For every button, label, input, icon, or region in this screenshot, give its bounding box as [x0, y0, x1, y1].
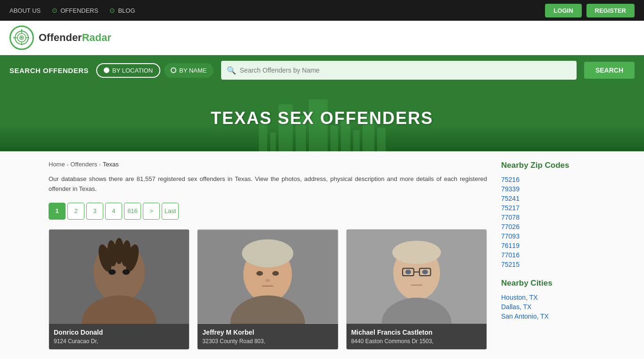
location-radio-dot — [104, 67, 109, 73]
svg-point-24 — [256, 271, 263, 276]
cities-list: Houston, TXDallas, TXSan Antonio, TX — [501, 293, 595, 321]
svg-point-18 — [108, 269, 116, 275]
svg-point-25 — [272, 271, 279, 276]
offender-card-3[interactable]: Michael Francis Castleton 8440 Easton Co… — [346, 229, 487, 350]
name-radio-dot — [171, 67, 176, 73]
description-text: Our database shows there are 81,557 regi… — [49, 174, 487, 194]
blog-icon: ⊙ — [109, 7, 115, 14]
offender-grid: Donrico Donald 9124 Curacao Dr, — [49, 229, 487, 350]
page-2[interactable]: 2 — [67, 203, 84, 220]
svg-point-5 — [21, 37, 23, 39]
svg-point-36 — [422, 270, 428, 274]
offender-photo-2 — [198, 230, 338, 324]
search-input-wrap: 🔍 — [221, 61, 577, 80]
zip-codes-section: Nearby Zip Codes 75216793397524175217770… — [501, 161, 595, 269]
svg-point-31 — [392, 240, 441, 264]
city-link[interactable]: Houston, TX — [501, 293, 595, 302]
zip-codes-title: Nearby Zip Codes — [501, 161, 595, 170]
zip-code-link[interactable]: 77016 — [501, 250, 595, 260]
search-input[interactable] — [240, 66, 571, 74]
cities-title: Nearby Cities — [501, 279, 595, 288]
logo-text: OffenderRadar — [39, 32, 111, 44]
offenders-label: OFFENDERS — [60, 7, 98, 14]
zip-code-link[interactable]: 77026 — [501, 222, 595, 231]
logo-icon — [9, 25, 34, 50]
breadcrumb-current: Texas — [103, 161, 119, 168]
content-left: Home › Offenders › Texas Our database sh… — [49, 161, 487, 350]
nav-blog[interactable]: ⊙ BLOG — [109, 7, 135, 14]
hero-banner: TEXAS SEX OFFENDERS — [0, 85, 644, 151]
radio-group: BY LOCATION BY NAME — [96, 63, 214, 78]
offender-photo-3 — [347, 230, 487, 324]
login-button[interactable]: LOGIN — [545, 4, 581, 17]
breadcrumb: Home › Offenders › Texas — [49, 161, 487, 168]
zip-code-link[interactable]: 75215 — [501, 260, 595, 269]
zip-code-link[interactable]: 75241 — [501, 194, 595, 203]
page-last[interactable]: Last — [162, 203, 179, 220]
logo-container[interactable]: OffenderRadar — [9, 25, 111, 50]
about-us-label: ABOUT US — [9, 7, 41, 14]
search-bar: SEARCH OFFENDERS BY LOCATION BY NAME 🔍 S… — [0, 55, 644, 85]
breadcrumb-sep-2: › — [99, 162, 101, 167]
cities-section: Nearby Cities Houston, TXDallas, TXSan A… — [501, 279, 595, 321]
zip-code-link[interactable]: 79339 — [501, 184, 595, 194]
offender-name-3: Michael Francis Castleton — [351, 329, 482, 336]
offenders-icon: ⊙ — [52, 7, 58, 14]
nav-offenders[interactable]: ⊙ OFFENDERS — [52, 7, 98, 14]
logo-brand-second: Radar — [82, 32, 111, 43]
logo-bar: OffenderRadar — [0, 21, 644, 55]
top-nav-right: LOGIN REGISTER — [545, 4, 635, 17]
sidebar: Nearby Zip Codes 75216793397524175217770… — [501, 161, 595, 350]
offender-info-2: Jeffrey M Korbel 32303 County Road 803, — [198, 324, 338, 349]
by-name-radio[interactable]: BY NAME — [164, 63, 213, 78]
by-location-label: BY LOCATION — [112, 67, 153, 74]
search-icon: 🔍 — [227, 66, 236, 75]
offender-address-1: 9124 Curacao Dr, — [54, 338, 184, 345]
page-3[interactable]: 3 — [86, 203, 103, 220]
breadcrumb-offenders[interactable]: Offenders — [70, 161, 97, 168]
top-navigation: ABOUT US ⊙ OFFENDERS ⊙ BLOG LOGIN REGIST… — [0, 0, 644, 21]
zip-codes-list: 7521679339752417521777078770267709376119… — [501, 175, 595, 269]
city-link[interactable]: Dallas, TX — [501, 302, 595, 312]
page-816[interactable]: 816 — [124, 203, 141, 220]
breadcrumb-sep-1: › — [67, 162, 69, 167]
offender-name-1: Donrico Donald — [54, 329, 184, 336]
svg-point-19 — [123, 269, 130, 275]
register-button[interactable]: REGISTER — [586, 4, 635, 17]
svg-point-23 — [242, 239, 293, 267]
by-name-label: BY NAME — [179, 67, 206, 74]
zip-code-link[interactable]: 75216 — [501, 175, 595, 184]
page-next[interactable]: > — [143, 203, 160, 220]
zip-code-link[interactable]: 76119 — [501, 241, 595, 250]
nav-about-us[interactable]: ABOUT US — [9, 7, 41, 14]
offender-photo-1 — [49, 230, 189, 324]
top-nav-left: ABOUT US ⊙ OFFENDERS ⊙ BLOG — [9, 7, 135, 14]
logo-brand-first: Offender — [39, 32, 82, 43]
offender-card-2[interactable]: Jeffrey M Korbel 32303 County Road 803, — [197, 229, 338, 350]
offender-name-2: Jeffrey M Korbel — [202, 329, 333, 336]
offender-address-3: 8440 Easton Commons Dr 1503, — [351, 338, 482, 345]
zip-code-link[interactable]: 75217 — [501, 203, 595, 213]
page-1[interactable]: 1 — [49, 203, 66, 220]
city-link[interactable]: San Antonio, TX — [501, 312, 595, 321]
search-button[interactable]: SEARCH — [584, 62, 635, 79]
pagination: 1 2 3 4 816 > Last — [49, 203, 487, 220]
main-content: Home › Offenders › Texas Our database sh… — [0, 151, 644, 359]
search-label: SEARCH OFFENDERS — [9, 66, 89, 74]
zip-code-link[interactable]: 77078 — [501, 213, 595, 222]
content-wrapper: Home › Offenders › Texas Our database sh… — [39, 151, 605, 359]
svg-point-35 — [405, 270, 411, 274]
offender-info-3: Michael Francis Castleton 8440 Easton Co… — [347, 324, 487, 349]
page-4[interactable]: 4 — [105, 203, 122, 220]
offender-address-2: 32303 County Road 803, — [202, 338, 333, 345]
offender-info-1: Donrico Donald 9124 Curacao Dr, — [49, 324, 189, 349]
by-location-radio[interactable]: BY LOCATION — [96, 63, 160, 78]
blog-label: BLOG — [118, 7, 135, 14]
breadcrumb-home[interactable]: Home — [49, 161, 65, 168]
hero-title: TEXAS SEX OFFENDERS — [211, 108, 433, 128]
svg-point-26 — [265, 279, 270, 282]
zip-code-link[interactable]: 77093 — [501, 231, 595, 241]
offender-card-1[interactable]: Donrico Donald 9124 Curacao Dr, — [49, 229, 190, 350]
